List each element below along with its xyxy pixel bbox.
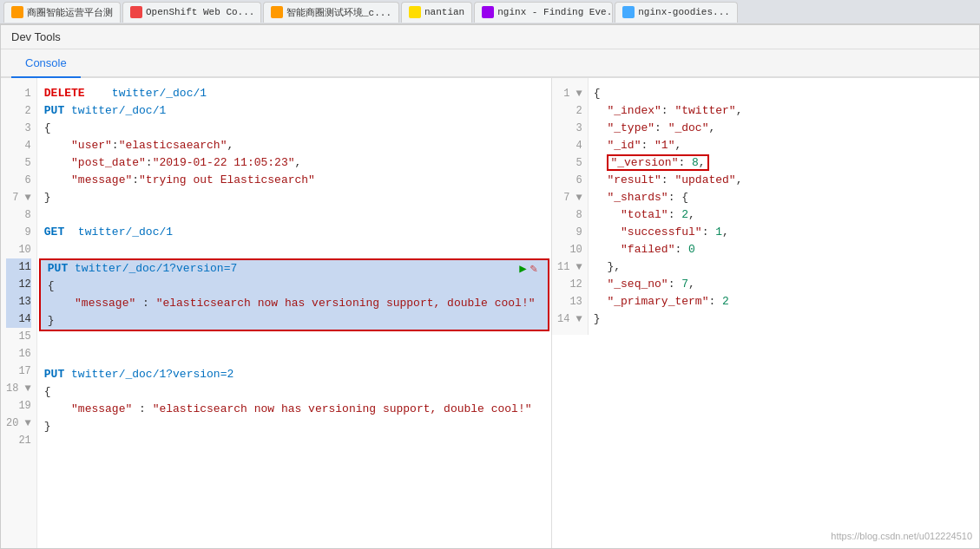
ln-2: 2 <box>6 102 31 120</box>
code-line-11: PUT twitter/_doc/1?version=7 ▶ ✎ <box>41 260 548 278</box>
code-line-3: { <box>37 120 551 137</box>
devtools-window: Dev Tools Console 1 2 3 4 5 6 7 ▼ 8 9 <box>0 24 980 549</box>
code-line-2: PUT twitter/_doc/1 <box>37 102 551 120</box>
tab-label-nginx-goodies: nginx-goodies... <box>638 7 730 17</box>
rcode-line-4: "_id": "1", <box>589 137 979 154</box>
ln-4: 4 <box>6 137 31 154</box>
code-line-14: } <box>41 312 548 330</box>
rln-11: 11 ▼ <box>557 258 582 276</box>
code-line-21 <box>37 435 551 453</box>
ln-10: 10 <box>6 241 31 258</box>
tab-nantian[interactable]: nantian <box>401 2 472 23</box>
code-line-4: "user":"elasticsaearch", <box>37 137 551 154</box>
code-line-5: "post_date":"2019-01-22 11:05:23", <box>37 154 551 172</box>
ln-11: 11 <box>6 258 31 276</box>
code-line-16 <box>37 349 551 366</box>
rln-7: 7 ▼ <box>557 189 582 206</box>
tab-nginx-goodies[interactable]: nginx-goodies... <box>615 2 738 23</box>
rln-4: 4 <box>557 137 582 154</box>
tab-icon-nantian <box>409 6 421 18</box>
rcode-line-1: { <box>589 85 979 102</box>
code-editor[interactable]: 1 2 3 4 5 6 7 ▼ 8 9 10 11 12 13 14 15 16 <box>1 78 551 548</box>
rln-13: 13 <box>557 293 582 310</box>
devtools-main-content: 1 2 3 4 5 6 7 ▼ 8 9 10 11 12 13 14 15 16 <box>1 78 979 548</box>
code-line-13: "message" : "elasticsearch now has versi… <box>41 295 548 312</box>
rcode-line-10: "failed": 0 <box>589 241 979 258</box>
ln-13: 13 <box>6 293 31 310</box>
code-line-17: PUT twitter/_doc/1?version=2 <box>37 366 551 383</box>
devtools-title: Dev Tools <box>11 30 61 43</box>
rln-1: 1 ▼ <box>557 85 582 102</box>
code-line-20: } <box>37 418 551 435</box>
rln-9: 9 <box>557 224 582 241</box>
tab-icon-openshift <box>130 6 142 18</box>
code-content: DELETE twitter/_doc/1 PUT twitter/_doc/1… <box>37 78 551 548</box>
code-line-7: } <box>37 189 551 206</box>
rln-6: 6 <box>557 172 582 189</box>
code-line-19: "message" : "elasticsearch now has versi… <box>37 401 551 418</box>
code-line-18: { <box>37 383 551 401</box>
selected-block-box: PUT twitter/_doc/1?version=7 ▶ ✎ { "mess… <box>39 258 549 331</box>
code-line-8 <box>37 206 551 224</box>
tab-openshift[interactable]: OpenShift Web Co... <box>122 2 261 23</box>
rcode-line-5: "_version": 8, <box>589 154 979 172</box>
tab-console[interactable]: Console <box>11 49 81 78</box>
rln-12: 12 <box>557 276 582 293</box>
rcode-line-2: "_index": "twitter", <box>589 102 979 120</box>
tab-label-nantian: nantian <box>424 7 464 17</box>
right-line-numbers: 1 ▼ 2 3 4 5 6 7 ▼ 8 9 10 11 ▼ 12 13 14 ▼ <box>552 78 589 335</box>
rcode-line-3: "_type": "_doc", <box>589 120 979 137</box>
response-content: { "_index": "twitter", "_type": "_doc", … <box>589 78 979 335</box>
rln-5: 5 <box>557 154 582 172</box>
browser-tab-bar: 商圈智能运营平台测 OpenShift Web Co... 智能商圈测试环境_c… <box>0 0 980 24</box>
ln-20: 20 ▼ <box>6 415 31 432</box>
ln-17: 17 <box>6 363 31 380</box>
rcode-line-14: } <box>589 310 979 328</box>
right-response-panel: 1 ▼ 2 3 4 5 6 7 ▼ 8 9 10 11 ▼ 12 13 14 ▼ <box>552 78 979 548</box>
ln-6: 6 <box>6 172 31 189</box>
response-code: 1 ▼ 2 3 4 5 6 7 ▼ 8 9 10 11 ▼ 12 13 14 ▼ <box>552 78 979 335</box>
tab-shangjuan[interactable]: 商圈智能运营平台测 <box>3 2 121 23</box>
ln-19: 19 <box>6 397 31 415</box>
code-line-1: DELETE twitter/_doc/1 <box>37 85 551 102</box>
ln-5: 5 <box>6 154 31 172</box>
ln-7: 7 ▼ <box>6 189 31 206</box>
left-editor-panel: 1 2 3 4 5 6 7 ▼ 8 9 10 11 12 13 14 15 16 <box>1 78 552 548</box>
rcode-line-6: "result": "updated", <box>589 172 979 189</box>
tab-icon-nginx-goodies <box>622 6 635 18</box>
rcode-line-9: "successful": 1, <box>589 224 979 241</box>
version-highlight-box: "_version": 8, <box>607 154 708 171</box>
ln-8: 8 <box>6 206 31 224</box>
code-line-15 <box>37 331 551 349</box>
rcode-line-8: "total": 2, <box>589 206 979 224</box>
play-button-icon[interactable]: ▶ <box>519 260 526 278</box>
code-line-12: { <box>41 278 548 295</box>
ln-21: 21 <box>6 432 31 449</box>
tab-label-shangjuan: 商圈智能运营平台测 <box>27 6 113 19</box>
tab-label-nginx: nginx - Finding Eve... <box>497 7 613 17</box>
watermark: https://blog.csdn.net/u012224510 <box>831 531 972 541</box>
rln-8: 8 <box>557 206 582 224</box>
devtools-tabbar: Console <box>1 49 979 78</box>
rcode-line-11: }, <box>589 258 979 276</box>
devtools-titlebar: Dev Tools <box>1 25 979 49</box>
tab-nginx[interactable]: nginx - Finding Eve... <box>474 2 613 23</box>
ln-16: 16 <box>6 345 31 363</box>
ln-15: 15 <box>6 328 31 345</box>
rcode-line-12: "_seq_no": 7, <box>589 276 979 293</box>
edit-icon[interactable]: ✎ <box>530 260 537 278</box>
rcode-line-7: "_shards": { <box>589 189 979 206</box>
tab-icon-nginx <box>482 6 494 18</box>
tab-icon-zhieng <box>271 6 283 18</box>
tab-zhieng[interactable]: 智能商圈测试环境_c... <box>263 2 399 23</box>
tab-icon-shangjuan <box>11 6 23 18</box>
ln-3: 3 <box>6 120 31 137</box>
code-line-10 <box>37 241 551 258</box>
tab-label-openshift: OpenShift Web Co... <box>146 7 254 17</box>
rln-3: 3 <box>557 120 582 137</box>
rln-14: 14 ▼ <box>557 310 582 328</box>
rcode-line-13: "_primary_term": 2 <box>589 293 979 310</box>
rln-10: 10 <box>557 241 582 258</box>
ln-12: 12 <box>6 276 31 293</box>
line-numbers: 1 2 3 4 5 6 7 ▼ 8 9 10 11 12 13 14 15 16 <box>1 78 37 548</box>
